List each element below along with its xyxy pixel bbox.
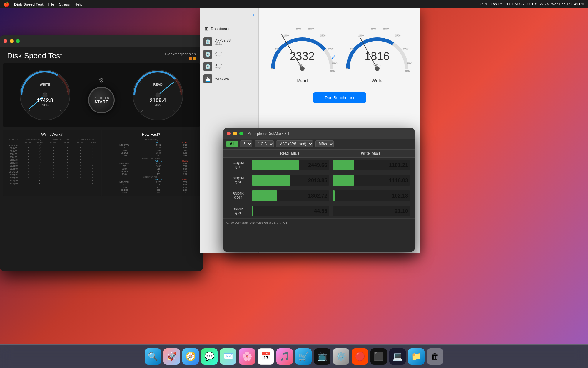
benchmark-gauges: 0 500 1000 1500 2000 2500 3000 3500 4000 — [259, 8, 420, 87]
run-benchmark-button[interactable]: Run Benchmark — [313, 92, 366, 103]
svg-text:500: 500 — [350, 47, 354, 50]
svg-text:0: 0 — [346, 67, 348, 70]
disk-name-1: APPLE SS — [215, 39, 255, 42]
disk-info-4: WDC WD — [215, 77, 255, 81]
hf-read-header3: READ — [173, 178, 198, 181]
adm-runs-select[interactable]: 5 — [240, 140, 252, 147]
menu-stress[interactable]: Stress — [59, 2, 70, 6]
disk-icon-4: 💾 — [203, 74, 212, 83]
adm-all-button[interactable]: All — [226, 141, 238, 147]
hf-write-header2: WRITE — [144, 160, 173, 162]
gear-icon[interactable]: ⚙ — [99, 77, 104, 84]
dashboard-label: Dashboard — [211, 26, 230, 31]
table-row: 720p60✓✓✓✓✓✓ — [5, 150, 98, 152]
hf-format-header — [104, 141, 144, 144]
start-label-1: SPEED TEST — [92, 97, 111, 100]
table-row: 1080p50✓✓✓✓✓✓ — [5, 164, 98, 167]
hf-format-header2 — [104, 160, 144, 162]
svg-text:0: 0 — [271, 67, 273, 70]
adm-read-bar-1: 2449.66 — [252, 160, 329, 170]
adm-write-cell-2: 1116.03 — [331, 174, 412, 187]
write-gauge-container: WRITE 1742.8 MB/s — [16, 66, 74, 125]
svg-point-13 — [43, 93, 47, 97]
adm-header-row: Read [MB/s] Write [MB/s] — [223, 150, 415, 158]
dock-item-safari[interactable]: 🧭 — [182, 348, 199, 365]
adm-write-bar-1: 1101.21 — [333, 160, 410, 170]
back-button[interactable]: ‹ — [253, 12, 254, 18]
disk-item-3[interactable]: 💿 APP 2021 — [200, 60, 258, 73]
adm-read-fill-2 — [252, 175, 290, 186]
read-gauge-wrap: 0 500 1000 1500 2000 2500 3000 3500 4000 — [265, 17, 339, 76]
adm-read-val-2: 2013.85 — [308, 177, 327, 183]
apple-menu[interactable]: 🍎 — [4, 1, 9, 7]
write-speed-unit: MB/s — [37, 104, 53, 107]
start-button[interactable]: SPEED TEST START — [88, 87, 115, 113]
dock-item-files[interactable]: 📁 — [408, 348, 425, 365]
adm-read-cell-4: 44.55 — [250, 205, 331, 218]
adm-row-rnd4k-qd64: RND4K QD64 1302.72 102.13 — [223, 188, 415, 203]
write-benchmark-label: Write — [372, 78, 382, 84]
dock-item-calendar[interactable]: 📅 — [258, 348, 274, 365]
app-menu-name[interactable]: Disk Speed Test — [14, 2, 43, 6]
disk-detail-3: 2021 — [215, 67, 255, 70]
adm-min-button[interactable] — [233, 132, 237, 135]
adm-max-button[interactable] — [239, 132, 243, 135]
table-row: NTSC/PAL✓✓✓✓✓✓ — [5, 144, 98, 147]
table-row: 720826900 — [104, 183, 198, 186]
cinemadng-hf-header: Cinema DNG RAW — [104, 157, 198, 160]
table-row: 1080p60✓✓✓✓✓✓ — [5, 167, 98, 170]
yuv-header: 10 Bit YUV 4:2:2 — [74, 138, 98, 141]
disk-detail-1: 2021 — [215, 42, 255, 45]
adm-read-header: Read [MB/s] — [250, 151, 331, 155]
dock-item-launchpad[interactable]: 🚀 — [163, 348, 180, 365]
dock-item-finder[interactable]: 🔍 — [145, 348, 161, 365]
read-speed-unit: MB/s — [150, 104, 166, 107]
how-fast-title: How Fast? — [104, 132, 198, 137]
dock-item-trash[interactable]: 🗑 — [427, 348, 443, 365]
table-row: 2160p60✓✓✓✓✓✓ — [5, 182, 98, 185]
dock-item-systemprefs[interactable]: ⚙️ — [333, 348, 349, 365]
hf-read-header2: READ — [173, 160, 198, 162]
table-row: 72039344286 — [104, 146, 198, 149]
dock-item-mail[interactable]: ✉️ — [220, 348, 236, 365]
sidebar-item-dashboard[interactable]: ⊞ Dashboard — [200, 23, 258, 34]
menubar-time: Wed Feb 17 3:49 PM — [551, 2, 584, 6]
disk-icon-2: 💿 — [203, 50, 212, 59]
adm-close-button[interactable] — [227, 132, 231, 135]
table-row: 2160p25✓✓✓✓✓✓ — [5, 173, 98, 176]
svg-text:1000: 1000 — [283, 34, 289, 37]
dock-item-appstore[interactable]: 🛒 — [295, 348, 312, 365]
maximize-button[interactable] — [16, 39, 20, 43]
minimize-button[interactable] — [10, 39, 14, 43]
dock-item-music[interactable]: 🎵 — [276, 348, 293, 365]
dock-item-messages[interactable]: 💬 — [201, 348, 218, 365]
dock-item-terminal[interactable]: ⬛ — [370, 348, 387, 365]
close-button[interactable] — [4, 39, 7, 43]
dock-item-iterm[interactable]: 💻 — [389, 348, 406, 365]
cinemadng-read-header: READ — [61, 141, 74, 144]
menu-file[interactable]: File — [48, 2, 54, 6]
adm-read-fill-3 — [252, 190, 277, 201]
svg-text:3000: 3000 — [328, 47, 333, 50]
how-fast-section: How Fast? ProRes 422 HQ WRITE READ NTSC/… — [102, 130, 200, 196]
adm-size-select[interactable]: 1 GiB — [255, 140, 274, 147]
will-it-work-title: Will It Work? — [5, 132, 98, 137]
adm-volume-select[interactable]: MAC (93% used) — [276, 140, 313, 147]
write-benchmark-gauge: 0 500 1000 1500 2000 2500 3000 3500 4000 — [340, 17, 414, 84]
adm-read-val-4: 44.55 — [314, 208, 327, 214]
hf-format-header3 — [104, 178, 144, 181]
disk-item-2[interactable]: 💿 APP 2021 — [200, 48, 258, 60]
svg-text:2000: 2000 — [383, 27, 389, 30]
svg-text:1500: 1500 — [296, 27, 301, 30]
menu-help[interactable]: Help — [74, 2, 82, 6]
dock-item-photos[interactable]: 🌸 — [239, 348, 255, 365]
disk-item-1[interactable]: 💿 APPLE SS 2021 — [200, 36, 258, 48]
adm-unit-select[interactable]: MB/s — [315, 140, 334, 147]
disk-item-4[interactable]: 💾 WDC WD — [200, 73, 258, 85]
dock-item-appleTV[interactable]: 📺 — [314, 348, 330, 365]
adm-write-fill-4 — [333, 206, 333, 216]
disk-info-2: APP 2021 — [215, 51, 255, 58]
dock-item-reddit[interactable]: 🔴 — [352, 348, 368, 365]
disk-name-2: APP — [215, 51, 255, 54]
compat-table: FORMAT ProRes 422 HQ Cinema DNG RAW 10 B… — [5, 138, 98, 185]
